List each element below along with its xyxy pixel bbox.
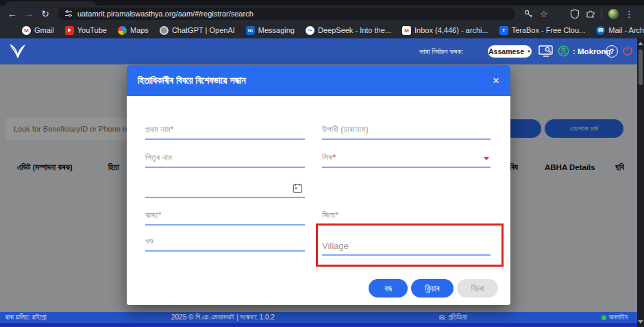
close-button[interactable]: বন্ধ — [369, 279, 408, 298]
village-label: Village — [322, 241, 349, 251]
gender-label: লিঙ্গ* — [322, 152, 336, 163]
bookmark-gmail[interactable]: M Gmail — [22, 26, 54, 35]
calendar-icon[interactable] — [293, 183, 303, 193]
feedback-label: প্ৰতিক্ৰিয়া — [448, 313, 467, 322]
page-content: ণ এডভাঞ্চ চাৰ্চ এডিট (সম্পাদনা কৰক) হিতা… — [0, 64, 637, 312]
block-label: খণ্ড — [145, 236, 153, 247]
scroll-down-icon[interactable] — [638, 320, 643, 324]
back-icon[interactable]: ← — [4, 5, 21, 22]
extensions-icon[interactable] — [586, 9, 595, 19]
bookmark-label: Messaging — [258, 26, 295, 34]
toolbar-divider — [602, 10, 602, 19]
help-icon[interactable]: ? — [606, 45, 618, 58]
bookmark-star-icon[interactable]: ☆ — [540, 9, 548, 19]
advanced-search-modal: হিতাধিকাৰীৰ বিষয়ে বিশেষভাৱে সন্ধান × প্… — [127, 65, 510, 305]
scroll-up-icon[interactable] — [638, 42, 643, 45]
block-field[interactable]: খণ্ড — [145, 232, 305, 252]
bookmark-maps[interactable]: Maps — [118, 26, 149, 35]
forward-icon[interactable]: → — [21, 5, 37, 22]
bookmark-label: YouTube — [77, 26, 107, 34]
footer-bottom-strip — [0, 323, 637, 327]
gmail-inbox-favicon: M — [402, 26, 411, 35]
bookmarks-bar: M Gmail YouTube Maps ChatGPT | OpenAI in… — [0, 22, 644, 38]
bookmark-label: Gmail — [34, 26, 54, 34]
browser-tab-strip — [0, 0, 644, 5]
first-name-field[interactable]: প্ৰথম নাম* — [145, 121, 305, 140]
chevron-down-icon: ▼ — [527, 49, 531, 53]
first-name-label: প্ৰথম নাম* — [145, 124, 174, 135]
copyright-text: 2025 © পি.এচ.এমআৰআই | সংস্কৰণ: 1.0.2 — [171, 313, 275, 322]
district-label: জিলা* — [322, 210, 338, 221]
shield-icon[interactable] — [570, 9, 580, 19]
address-bar[interactable]: uatamrit.piramalswasthya.org/aam/#/regis… — [58, 8, 515, 20]
bookmark-terabox[interactable]: T TeraBox - Free Clou... — [499, 26, 586, 35]
piramal-logo-icon — [10, 44, 26, 59]
state-label: ৰাজ্য* — [145, 210, 162, 221]
chrome-menu-icon[interactable]: ⋮ — [625, 9, 634, 19]
profile-avatar[interactable] — [608, 9, 619, 19]
youtube-favicon — [65, 26, 74, 35]
browser-toolbar: ← → ↻ uatamrit.piramalswasthya.org/aam/#… — [0, 5, 644, 22]
bookmark-label: TeraBox - Free Clou... — [512, 26, 586, 34]
screen: ← → ↻ uatamrit.piramalswasthya.org/aam/#… — [0, 0, 644, 327]
site-settings-icon[interactable] — [64, 10, 73, 18]
modal-header: হিতাধিকাৰীৰ বিষয়ে বিশেষভাৱে সন্ধান × — [127, 65, 510, 96]
surname-field[interactable]: উপাধী (চাৰন্যেম) — [322, 121, 491, 140]
logout-power-icon[interactable] — [622, 45, 633, 56]
bookmark-label: Inbox (4,446) - archi... — [414, 26, 488, 34]
district-field[interactable]: জিলা* — [322, 206, 491, 226]
bookmark-label: DeepSeek - Into the... — [318, 26, 391, 34]
father-name-field[interactable]: পিতৃৰ নাম — [145, 149, 305, 168]
gmail-favicon: M — [22, 26, 31, 35]
bookmark-label: Mail - Archita Verm... — [608, 26, 644, 34]
scrollbar-thumb[interactable] — [639, 49, 643, 85]
bookmark-label: Maps — [130, 26, 149, 34]
bookmark-deepseek[interactable]: ~ DeepSeek - Into the... — [306, 26, 391, 35]
bookmark-mail[interactable]: ✉ Mail - Archita Verm... — [596, 26, 644, 35]
bookmark-label: ChatGPT | OpenAI — [172, 26, 235, 34]
toolbar-icons: ☆ ⋮ — [523, 9, 639, 19]
linkedin-favicon: in — [246, 26, 255, 35]
close-icon[interactable]: × — [493, 74, 499, 88]
bookmark-youtube[interactable]: YouTube — [65, 26, 107, 35]
language-value: Assamese — [488, 47, 524, 56]
powered-by-text: দ্বাৰা চালিত: ৱাইপ্ৰো — [5, 313, 47, 322]
app-footer: দ্বাৰা চালিত: ৱাইপ্ৰো 2025 © পি.এচ.এমআৰআ… — [0, 312, 637, 323]
online-dot-icon — [602, 315, 606, 320]
deepseek-favicon: ~ — [306, 26, 314, 35]
chatgpt-favicon — [160, 26, 169, 35]
bookmark-messaging[interactable]: in Messaging — [246, 26, 295, 35]
village-field[interactable]: Village — [322, 237, 491, 256]
vertical-scrollbar[interactable] — [637, 38, 644, 327]
screen-search-icon[interactable] — [538, 45, 555, 58]
terabox-favicon: T — [499, 26, 508, 35]
maps-favicon — [118, 26, 127, 35]
language-select-label: ভাষা নিৰ্বাচন কৰক: — [419, 47, 463, 56]
outlook-favicon: ✉ — [596, 26, 605, 35]
bookmark-inbox[interactable]: M Inbox (4,446) - archi... — [402, 26, 488, 35]
clear-button[interactable]: ক্লিয়াৰ — [411, 279, 454, 298]
feedback-link[interactable]: ✉ প্ৰতিক্ৰিয়া — [439, 313, 467, 322]
dob-field[interactable] — [145, 179, 305, 198]
url-text[interactable]: uatamrit.piramalswasthya.org/aam/#/regis… — [77, 10, 253, 18]
search-button[interactable]: বিচৰা — [457, 279, 498, 298]
online-label: অনলাইন — [609, 313, 628, 322]
bookmark-chatgpt[interactable]: ChatGPT | OpenAI — [160, 26, 235, 35]
language-dropdown[interactable]: Assamese ▼ — [488, 45, 532, 58]
dropdown-caret-icon — [484, 157, 489, 160]
passwords-key-icon[interactable] — [523, 9, 534, 19]
envelope-icon: ✉ — [439, 314, 445, 322]
state-field[interactable]: ৰাজ্য* — [145, 206, 305, 226]
online-status: অনলাইন — [602, 313, 628, 322]
father-name-label: পিতৃৰ নাম — [145, 152, 172, 163]
surname-label: উপাধী (চাৰন্যেম) — [322, 124, 369, 135]
user-icon[interactable] — [558, 45, 569, 57]
refresh-icon[interactable]: ↻ — [37, 5, 53, 22]
modal-title: হিতাধিকাৰীৰ বিষয়ে বিশেষভাৱে সন্ধান — [138, 75, 246, 86]
gender-field[interactable]: লিঙ্গ* — [322, 149, 491, 168]
